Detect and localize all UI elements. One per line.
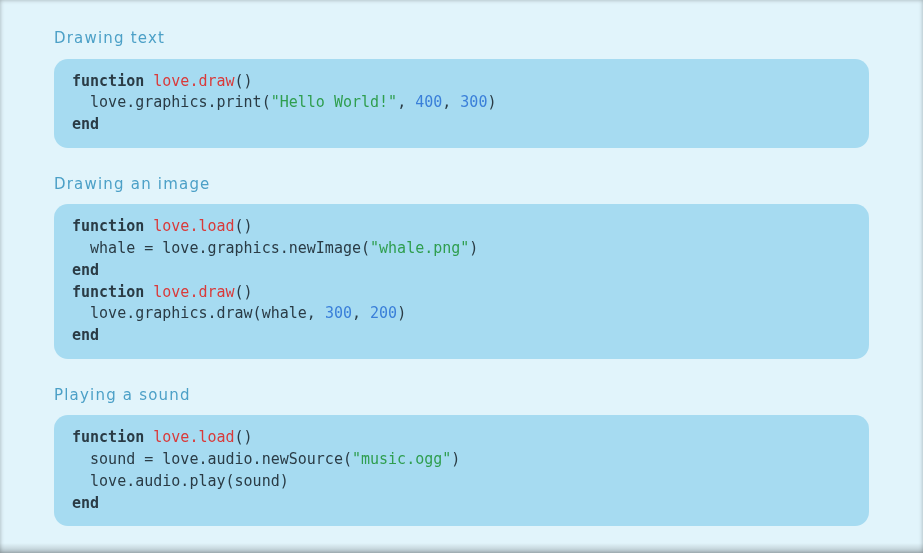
- code-token-kw: end: [72, 115, 99, 133]
- section-title: Drawing text: [54, 30, 869, 47]
- code-token-num: 200: [370, 304, 397, 322]
- code-token-num: 300: [325, 304, 352, 322]
- code-block: function love.load() sound = love.audio.…: [54, 415, 869, 526]
- code-token-kw: function: [72, 283, 144, 301]
- section-title: Playing a sound: [54, 387, 869, 404]
- code-token-kw: end: [72, 326, 99, 344]
- code-block: function love.draw() love.graphics.print…: [54, 59, 869, 148]
- code-token-str: "Hello World!": [271, 93, 397, 111]
- code-token-num: 300: [460, 93, 487, 111]
- code-token-kw: end: [72, 261, 99, 279]
- code-token-kw: function: [72, 217, 144, 235]
- code-block: function love.load() whale = love.graphi…: [54, 204, 869, 359]
- section-title: Drawing an image: [54, 176, 869, 193]
- code-token-str: "music.ogg": [352, 450, 451, 468]
- code-token-fn: love.load: [153, 217, 234, 235]
- code-token-fn: love.load: [153, 428, 234, 446]
- code-token-fn: love.draw: [153, 72, 234, 90]
- code-token-kw: function: [72, 72, 144, 90]
- code-token-fn: love.draw: [153, 283, 234, 301]
- code-token-kw: end: [72, 494, 99, 512]
- code-token-kw: function: [72, 428, 144, 446]
- code-token-str: "whale.png": [370, 239, 469, 257]
- code-token-num: 400: [415, 93, 442, 111]
